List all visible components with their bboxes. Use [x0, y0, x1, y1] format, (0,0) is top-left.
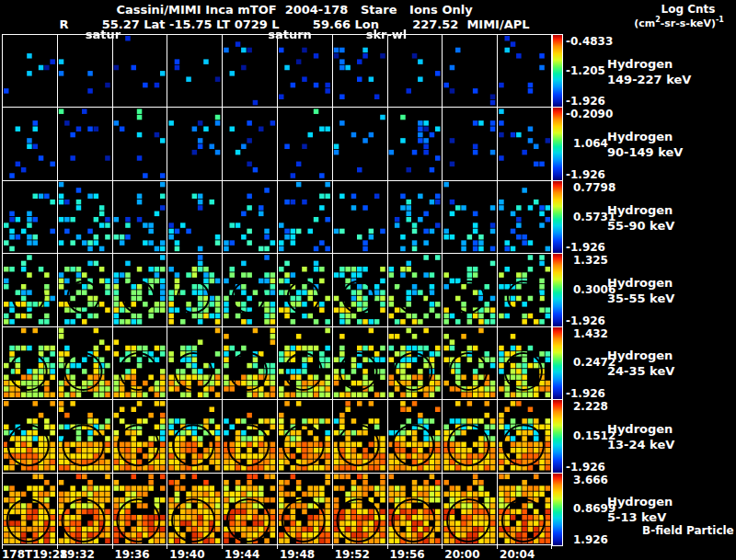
grid-annotation: satur: [86, 28, 121, 41]
colorbar-min-label: -1.926: [566, 168, 605, 181]
colorbar-max-label: -0.4833: [566, 35, 613, 48]
axis-tick: [442, 545, 443, 549]
page-title: Cassini/MIMI Inca mTOF 2004-178 Stare Io…: [18, 3, 570, 17]
colorbar-units: (cm2-sr-s-keV)-1: [624, 16, 734, 29]
colorbar: [552, 34, 563, 108]
unit-exponent: -1: [716, 16, 724, 24]
time-tick-label: 19:44: [224, 548, 259, 560]
colorbar-max-label: 0.7798: [566, 181, 615, 194]
axis-tick: [277, 545, 278, 549]
energy-band-label: Hydrogen5-13 keV: [607, 494, 673, 525]
time-tick-label: 178T19:28: [2, 548, 67, 560]
species-label: Hydrogen: [607, 348, 674, 363]
species-label: Hydrogen: [607, 494, 673, 509]
axis-tick: [57, 545, 58, 549]
colorbar: [552, 107, 563, 181]
colorbar-units-title: Log Cnts: [644, 3, 732, 16]
colorbar: [552, 473, 563, 546]
time-tick-label: 20:04: [500, 548, 535, 560]
grid-annotation: saturn: [268, 28, 312, 41]
time-tick-label: 19:52: [335, 548, 370, 560]
colorbar-min-label: -1.926: [566, 387, 605, 400]
energy-range-label: 35-55 keV: [607, 291, 674, 306]
species-label: Hydrogen: [607, 129, 683, 144]
colorbar-min-label: -1.926: [566, 314, 605, 327]
species-label: Hydrogen: [607, 275, 674, 291]
inca-stare-display: Cassini/MIMI Inca mTOF 2004-178 Stare Io…: [0, 0, 736, 560]
colorbar-min-label: 1.926: [566, 533, 608, 546]
time-tick-label: 19:40: [169, 548, 204, 560]
time-tick-label: 19:32: [60, 548, 95, 560]
unit-text: (cm: [634, 17, 655, 29]
energy-range-label: 5-13 keV: [607, 509, 673, 525]
axis-tick: [387, 545, 388, 549]
colorbar-max-label: 1.325: [566, 254, 608, 267]
energy-range-label: 149-227 keV: [607, 72, 691, 87]
energy-band-label: Hydrogen13-24 keV: [607, 421, 674, 452]
energy-band-label: Hydrogen149-227 keV: [607, 56, 691, 87]
colorbar-max-label: -0.2090: [566, 108, 613, 120]
axis-tick: [2, 545, 3, 549]
time-tick-label: 19:56: [389, 548, 424, 560]
energy-band-label: Hydrogen24-35 keV: [607, 348, 674, 379]
colorbar: [552, 253, 563, 327]
axis-tick: [167, 545, 167, 549]
axis-tick: [112, 545, 113, 549]
energy-range-label: 90-149 keV: [607, 144, 683, 160]
colorbar: [552, 180, 563, 254]
colorbar-mid-label: 1.064: [566, 137, 608, 150]
axis-tick: [332, 545, 333, 549]
species-label: Hydrogen: [607, 421, 674, 437]
energy-range-label: 55-90 keV: [607, 218, 674, 234]
time-tick-label: 19:48: [280, 548, 315, 560]
colorbar-mid-label: -1.205: [566, 64, 605, 77]
energy-range-label: 13-24 keV: [607, 437, 674, 452]
energy-band-label: Hydrogen90-149 keV: [607, 129, 683, 160]
image-panels-grid: [2, 34, 552, 545]
colorbar-max-label: 2.228: [566, 400, 608, 413]
time-tick-label: 19:36: [114, 548, 149, 560]
energy-band-label: Hydrogen55-90 keV: [607, 202, 674, 234]
colorbar-min-label: -1.926: [566, 95, 605, 108]
energy-band-label: Hydrogen35-55 keV: [607, 275, 674, 306]
unit-text: -sr-s-keV): [661, 17, 716, 29]
time-tick-label: 20:00: [444, 548, 479, 560]
colorbar-min-label: -1.926: [566, 461, 605, 474]
grid-annotation: skr-wl: [366, 28, 408, 41]
colorbar-min-label: -1.926: [566, 241, 605, 254]
species-label: Hydrogen: [607, 56, 691, 72]
axis-tick: [497, 545, 498, 549]
colorbar: [552, 326, 563, 400]
species-label: Hydrogen: [607, 202, 674, 218]
colorbar-max-label: 1.432: [566, 327, 608, 340]
axis-tick: [222, 545, 223, 549]
axis-tick: [551, 545, 552, 549]
bfield-flow-label: B-field Particle Flow: [642, 524, 736, 537]
colorbar: [552, 399, 563, 474]
colorbar-max-label: 3.666: [566, 474, 608, 486]
energy-range-label: 24-35 keV: [607, 363, 674, 379]
